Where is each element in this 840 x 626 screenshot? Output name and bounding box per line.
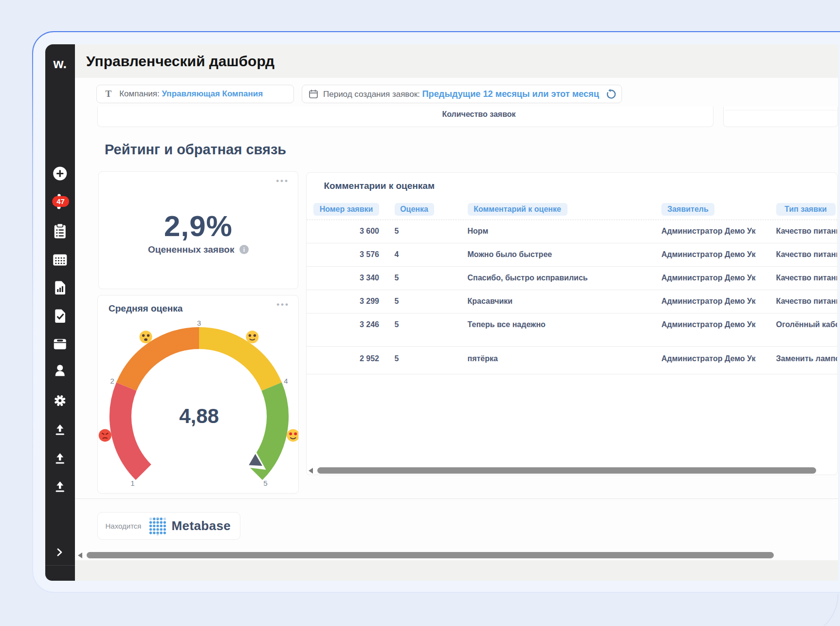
svg-text:47: 47	[56, 197, 65, 205]
svg-text:4,88: 4,88	[179, 405, 219, 427]
svg-text:3: 3	[197, 319, 201, 327]
svg-text:2: 2	[110, 377, 114, 385]
svg-text:5: 5	[263, 479, 267, 487]
svg-text:1: 1	[130, 479, 134, 487]
svg-text:4: 4	[284, 377, 288, 385]
